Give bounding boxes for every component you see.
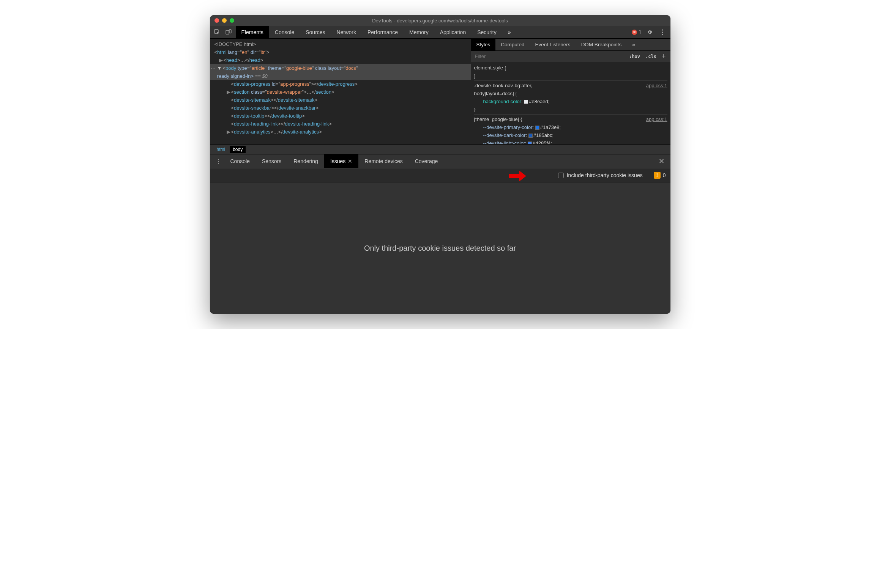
cls-button[interactable]: .cls [643,53,659,60]
error-count[interactable]: ✕ 1 [632,29,642,35]
svg-rect-1 [226,30,229,34]
color-swatch-icon[interactable] [528,141,532,144]
new-rule-icon[interactable]: + [659,52,668,60]
styles-tabs: Styles Computed Event Listeners DOM Brea… [471,39,670,51]
drawer-tab-issues[interactable]: Issues ✕ [324,154,358,168]
hov-button[interactable]: :hov [627,53,642,60]
close-icon[interactable]: ✕ [348,158,352,164]
error-icon: ✕ [632,30,637,35]
tab-application[interactable]: Application [434,26,472,38]
styles-more-tabs-icon[interactable]: » [627,39,640,50]
arrow-annotation-icon [508,170,527,184]
issues-empty-message: Only third-party cookie issues detected … [364,244,516,253]
svg-rect-2 [229,30,231,33]
checkbox-label: Include third-party cookie issues [567,172,643,178]
svg-point-4 [662,31,663,33]
drawer-tab-remote-devices[interactable]: Remote devices [358,154,408,168]
tab-dom-breakpoints[interactable]: DOM Breakpoints [576,39,627,50]
tab-performance[interactable]: Performance [362,26,404,38]
drawer-tab-coverage[interactable]: Coverage [409,154,444,168]
color-swatch-icon[interactable] [535,126,539,130]
css-source-link[interactable]: app.css:1 [646,115,667,123]
crumb-body[interactable]: body [230,146,246,153]
dom-breadcrumbs: html body [210,144,670,154]
traffic-lights [210,18,234,23]
more-tabs-icon[interactable]: » [502,26,517,38]
settings-icon[interactable] [645,27,654,37]
doctype: <!DOCTYPE html> [214,41,256,47]
drawer-more-icon[interactable]: ⋮ [212,158,224,165]
more-menu-icon[interactable] [658,27,667,37]
tab-event-listeners[interactable]: Event Listeners [530,39,576,50]
styles-rules[interactable]: element.style { } app.css:1 .devsite-boo… [471,62,670,144]
elements-split: <!DOCTYPE html> <html lang="en" dir="ltr… [210,39,670,144]
checkbox-icon [558,173,564,178]
dom-tree[interactable]: <!DOCTYPE html> <html lang="en" dir="ltr… [210,39,471,144]
svg-point-3 [662,29,663,30]
minimize-icon[interactable] [222,18,227,23]
issue-count-value: 0 [663,172,666,178]
svg-point-5 [662,34,663,35]
crumb-html[interactable]: html [214,146,229,153]
tab-elements[interactable]: Elements [236,26,269,38]
css-source-link[interactable]: app.css:1 [646,82,667,90]
error-count-value: 1 [639,29,642,35]
tab-security[interactable]: Security [472,26,502,38]
maximize-icon[interactable] [230,18,234,23]
tab-styles[interactable]: Styles [471,39,496,50]
issues-body: Only third-party cookie issues detected … [210,182,670,314]
styles-filter-input[interactable] [471,53,627,59]
drawer-tab-issues-label: Issues [330,158,345,164]
devtools-window: DevTools - developers.google.com/web/too… [210,15,670,314]
inspect-icon[interactable] [212,27,222,37]
issues-toolbar: Include third-party cookie issues ! 0 [210,168,670,182]
issue-badge-icon: ! [654,172,661,179]
tab-sources[interactable]: Sources [300,26,331,38]
drawer-close-icon[interactable]: ✕ [655,157,668,165]
color-swatch-icon[interactable] [524,100,528,104]
main-tabs: Elements Console Sources Network Perform… [236,26,517,38]
include-third-party-checkbox[interactable]: Include third-party cookie issues [558,172,643,178]
styles-filter-row: :hov .cls + [471,51,670,62]
color-swatch-icon[interactable] [528,134,533,138]
issue-count[interactable]: ! 0 [649,172,666,179]
window-title: DevTools - developers.google.com/web/too… [210,18,670,24]
tab-console[interactable]: Console [269,26,300,38]
drawer-tabs: ⋮ Console Sensors Rendering Issues ✕ Rem… [210,154,670,168]
tab-computed[interactable]: Computed [495,39,530,50]
tab-memory[interactable]: Memory [404,26,434,38]
styles-panel: Styles Computed Event Listeners DOM Brea… [471,39,670,144]
drawer-tab-console[interactable]: Console [224,154,256,168]
device-mode-icon[interactable] [224,27,233,37]
drawer: ⋮ Console Sensors Rendering Issues ✕ Rem… [210,154,670,314]
tab-network[interactable]: Network [331,26,362,38]
titlebar: DevTools - developers.google.com/web/too… [210,15,670,26]
close-icon[interactable] [214,18,219,23]
selected-dom-node[interactable]: ⋯ ▼<body type="article" theme="google-bl… [210,64,471,80]
drawer-tab-rendering[interactable]: Rendering [287,154,324,168]
drawer-tab-sensors[interactable]: Sensors [256,154,287,168]
main-toolbar: Elements Console Sources Network Perform… [210,26,670,39]
